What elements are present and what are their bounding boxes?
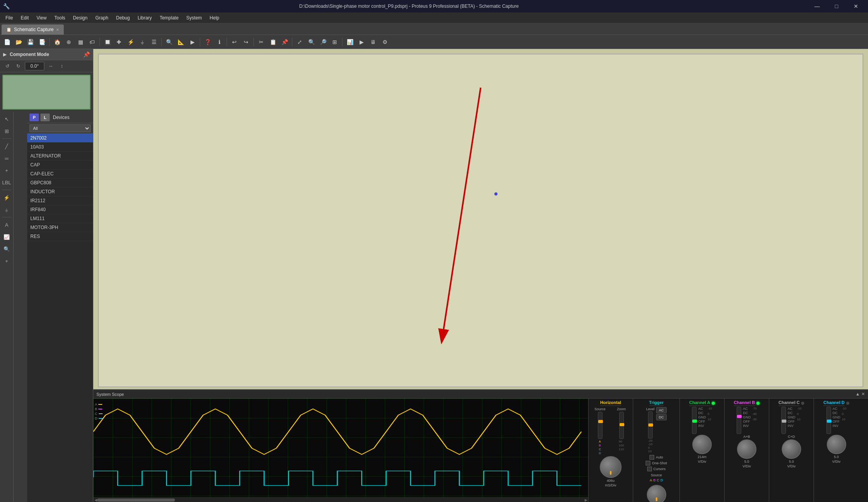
label-button[interactable]: 🏷 bbox=[87, 37, 98, 47]
simulate-button[interactable]: ▶ bbox=[187, 37, 198, 47]
help-button[interactable]: ❓ bbox=[202, 37, 213, 47]
device-item-lm111[interactable]: LM111 bbox=[27, 214, 93, 223]
menu-view[interactable]: View bbox=[33, 14, 51, 22]
probe-tool-button[interactable]: 🔍 bbox=[1, 243, 12, 254]
select-tool-button[interactable]: ↖ bbox=[1, 114, 12, 124]
ch-c-inv[interactable]: INV bbox=[788, 424, 795, 428]
rotation-input[interactable] bbox=[25, 62, 44, 70]
label-tool-button[interactable]: LBL bbox=[1, 177, 12, 188]
ch-b-inv[interactable]: INV bbox=[743, 424, 751, 428]
trig-ac-button[interactable]: AC bbox=[656, 407, 667, 413]
device-item-cap-elec[interactable]: CAP-ELEC bbox=[27, 170, 93, 178]
zoom-slider[interactable] bbox=[619, 412, 624, 439]
redo-button[interactable]: ↪ bbox=[241, 37, 251, 47]
ch-a-gnd[interactable]: GND bbox=[698, 415, 706, 419]
ch-d-slider[interactable] bbox=[826, 407, 831, 434]
bus-tool-button[interactable]: ═ bbox=[1, 153, 12, 164]
ch-b-gnd[interactable]: GND bbox=[743, 415, 751, 419]
menu-design[interactable]: Design bbox=[69, 14, 91, 22]
tab-close-icon[interactable]: ✕ bbox=[56, 28, 59, 32]
paste-button[interactable]: 📌 bbox=[279, 37, 290, 47]
flip-v-button[interactable]: ↕ bbox=[58, 62, 66, 70]
flip-h-button[interactable]: ↔ bbox=[47, 62, 55, 70]
add-button[interactable]: + bbox=[1, 255, 12, 266]
l-button[interactable]: L bbox=[40, 114, 50, 121]
p-button[interactable]: P bbox=[30, 114, 39, 121]
bus-button[interactable]: ▦ bbox=[75, 37, 86, 47]
menu-system[interactable]: System bbox=[182, 14, 206, 22]
zoom-fit-button[interactable]: ⤢ bbox=[294, 37, 305, 47]
probe-button[interactable]: 🔍 bbox=[164, 37, 175, 47]
wire-button[interactable]: ⊕ bbox=[63, 37, 74, 47]
home-button[interactable]: 🏠 bbox=[52, 37, 63, 47]
device-item-2n7002[interactable]: 2N7002 bbox=[27, 134, 93, 143]
ch-b-ac[interactable]: AC bbox=[743, 407, 751, 411]
junction-tool-button[interactable]: + bbox=[1, 165, 12, 176]
ch-d-off[interactable]: OFF bbox=[833, 420, 840, 423]
source-slider[interactable] bbox=[598, 412, 603, 439]
trigger-knob[interactable] bbox=[647, 485, 666, 502]
ch-a-inv[interactable]: INV bbox=[698, 424, 706, 428]
scope-close-icon[interactable]: ✕ bbox=[861, 392, 865, 397]
ch-b-knob[interactable] bbox=[737, 439, 756, 459]
ch-b-dc[interactable]: DC bbox=[743, 411, 751, 415]
ch-d-ac[interactable]: AC bbox=[833, 407, 840, 411]
trig-dc-button[interactable]: DC bbox=[656, 414, 667, 420]
ch-d-knob[interactable] bbox=[827, 435, 846, 454]
ch-d-dc[interactable]: DC bbox=[833, 411, 840, 415]
device-item-irf840[interactable]: IRF840 bbox=[27, 205, 93, 214]
auto-checkbox[interactable] bbox=[650, 455, 654, 460]
measure-button[interactable]: 📐 bbox=[175, 37, 186, 47]
cut-button[interactable]: ✂ bbox=[256, 37, 267, 47]
menu-debug[interactable]: Debug bbox=[112, 14, 134, 22]
close-button[interactable]: ✕ bbox=[847, 0, 865, 12]
ch-a-slider[interactable] bbox=[692, 407, 697, 434]
scope-collapse-icon[interactable]: ▲ bbox=[856, 392, 860, 397]
component-tool-button[interactable]: ⊞ bbox=[1, 126, 12, 136]
trig-src-b[interactable]: B bbox=[653, 478, 656, 482]
ch-b-off[interactable]: OFF bbox=[743, 420, 751, 423]
menu-edit[interactable]: Edit bbox=[17, 14, 33, 22]
pin-icon[interactable]: 📌 bbox=[83, 51, 90, 58]
ch-a-ac[interactable]: AC bbox=[698, 407, 706, 411]
horizontal-knob[interactable] bbox=[600, 456, 622, 478]
scope-scroll-left[interactable]: ◀ bbox=[93, 498, 98, 502]
ch-a-knob[interactable] bbox=[692, 435, 712, 454]
ch-d-inv[interactable]: INV bbox=[833, 424, 840, 428]
text-tool-button[interactable]: A bbox=[1, 219, 12, 230]
ch-c-off[interactable]: OFF bbox=[788, 420, 795, 423]
ch-c-slider[interactable] bbox=[781, 407, 786, 434]
ch-a-off[interactable]: OFF bbox=[698, 420, 706, 423]
wire-tool-button[interactable]: ╱ bbox=[1, 141, 12, 152]
undo-button[interactable]: ↩ bbox=[229, 37, 240, 47]
ch-a-dc[interactable]: DC bbox=[698, 411, 706, 415]
device-item-cap[interactable]: CAP bbox=[27, 161, 93, 170]
device-item-motor-3ph[interactable]: MOTOR-3PH bbox=[27, 223, 93, 232]
ch-c-dc[interactable]: DC bbox=[788, 411, 795, 415]
schematic-canvas[interactable] bbox=[98, 54, 863, 387]
open-button[interactable]: 📂 bbox=[13, 37, 24, 47]
tab-schematic-capture[interactable]: 📋 Schematic Capture ✕ bbox=[2, 24, 64, 35]
bus-wire-button[interactable]: ☰ bbox=[148, 37, 159, 47]
power-tool-button[interactable]: ⚡ bbox=[1, 192, 12, 203]
menu-tools[interactable]: Tools bbox=[51, 14, 69, 22]
scope-waveform[interactable]: A B C D bbox=[93, 399, 588, 502]
menu-graph[interactable]: Graph bbox=[91, 14, 112, 22]
ground-tool-button[interactable]: ⏚ bbox=[1, 204, 12, 215]
ground-button[interactable]: ⏚ bbox=[137, 37, 148, 47]
info-button[interactable]: ℹ bbox=[214, 37, 225, 47]
netlist-button[interactable]: 📊 bbox=[344, 37, 355, 47]
oneshot-checkbox[interactable] bbox=[646, 461, 650, 465]
device-item-ir2112[interactable]: IR2112 bbox=[27, 196, 93, 205]
filter-select[interactable]: All bbox=[30, 124, 91, 132]
ch-b-slider[interactable] bbox=[737, 407, 741, 434]
rotate-cw-button[interactable]: ↻ bbox=[14, 62, 23, 70]
component-button[interactable]: 🔲 bbox=[102, 37, 113, 47]
device-item-alternator[interactable]: ALTERNATOR bbox=[27, 152, 93, 161]
pcb-button[interactable]: 🖥 bbox=[368, 37, 379, 47]
minimize-button[interactable]: — bbox=[808, 0, 826, 12]
device-item-gbpc808[interactable]: GBPC808 bbox=[27, 178, 93, 187]
power-button[interactable]: ⚡ bbox=[125, 37, 136, 47]
menu-library[interactable]: Library bbox=[134, 14, 156, 22]
run-button[interactable]: ▶ bbox=[356, 37, 367, 47]
